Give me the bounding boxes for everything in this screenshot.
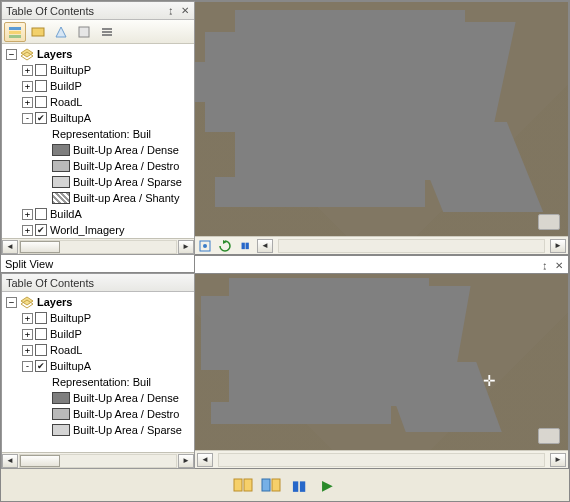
expander-icon[interactable]: + [22,65,33,76]
rep-item[interactable]: Built-Up Area / Sparse [4,174,194,190]
checkbox[interactable] [35,344,47,356]
checkbox[interactable] [35,312,47,324]
layer-item[interactable]: +BuiltupP [4,310,194,326]
layer-label: BuiltupP [50,64,91,76]
expander-icon[interactable]: − [6,297,17,308]
map-popup-icon[interactable] [538,214,560,230]
rep-item[interactable]: Built-Up Area / Sparse [4,422,194,438]
layer-item[interactable]: +BuildP [4,78,194,94]
scroll-right-icon[interactable]: ► [178,240,194,254]
sync-icon[interactable] [260,474,282,496]
checkbox[interactable] [35,224,47,236]
list-by-source-icon[interactable] [27,22,49,42]
rep-label: Built-Up Area / Destro [73,408,179,420]
toc-titlebar: Table Of Contents [2,274,194,292]
scroll-track[interactable] [19,454,177,468]
checkbox[interactable] [35,360,47,372]
layer-item[interactable]: +BuildP [4,326,194,342]
swatch-icon [52,192,70,204]
checkbox[interactable] [35,64,47,76]
layer-item[interactable]: -BuiltupA [4,110,194,126]
rep-item[interactable]: Built-Up Area / Destro [4,406,194,422]
rep-label: Built-Up Area / Sparse [73,424,182,436]
layer-label: RoadL [50,344,82,356]
expander-icon[interactable]: - [22,361,33,372]
scroll-track[interactable] [218,453,545,467]
rep-label: Built-Up Area / Sparse [73,176,182,188]
list-by-selection-icon[interactable] [73,22,95,42]
checkbox[interactable] [35,208,47,220]
rep-item[interactable]: Built-Up Area / Destro [4,158,194,174]
rep-item[interactable]: Built-up Area / Shanty [4,190,194,206]
rep-label: Built-Up Area / Dense [73,392,179,404]
pin-icon[interactable]: ↨ [538,258,552,272]
layer-item[interactable]: +BuiltupP [4,62,194,78]
layer-tree: − Layers +BuiltupP +BuildP +RoadL -Built… [2,292,194,452]
rep-item[interactable]: Built-Up Area / Dense [4,142,194,158]
expander-icon[interactable]: + [22,225,33,236]
swatch-icon [52,424,70,436]
map-popup-icon[interactable] [538,428,560,444]
map-canvas[interactable]: ✛ [195,274,568,450]
layers-icon [19,47,35,61]
pause-draw-icon[interactable]: ▮▮ [237,239,253,253]
layer-item[interactable]: +BuildA [4,206,194,222]
svg-marker-4 [56,27,66,37]
expander-icon[interactable]: + [22,329,33,340]
pin-icon[interactable]: ↨ [164,4,178,18]
layer-item[interactable]: +RoadL [4,94,194,110]
scroll-left-icon[interactable]: ◄ [197,453,213,467]
expander-icon[interactable]: + [22,313,33,324]
map-toolbar: ◄ ► [195,450,568,468]
scroll-left-icon[interactable]: ◄ [257,239,273,253]
close-icon[interactable]: ✕ [178,4,192,18]
scroll-track[interactable] [19,240,177,254]
checkbox[interactable] [35,112,47,124]
toc-scrollbar[interactable]: ◄ ► [2,238,194,254]
scroll-thumb[interactable] [20,455,60,467]
play-icon[interactable]: ▶ [316,474,338,496]
identify-icon[interactable] [197,239,213,253]
scroll-thumb[interactable] [20,241,60,253]
toc-scrollbar[interactable]: ◄ ► [2,452,194,468]
toc-options-icon[interactable] [96,22,118,42]
layers-root[interactable]: − Layers [4,46,194,62]
split-label: Split View [5,258,53,270]
svg-rect-3 [32,28,44,36]
close-icon[interactable]: ✕ [552,258,566,272]
checkbox[interactable] [35,328,47,340]
list-by-drawing-order-icon[interactable] [4,22,26,42]
layer-label: BuildP [50,328,82,340]
scroll-right-icon[interactable]: ► [178,454,194,468]
list-by-visibility-icon[interactable] [50,22,72,42]
scroll-track[interactable] [278,239,545,253]
layer-item[interactable]: -BuiltupA [4,358,194,374]
swatch-icon [52,408,70,420]
layer-label: BuildP [50,80,82,92]
layers-root[interactable]: − Layers [4,294,194,310]
checkbox[interactable] [35,80,47,92]
map-canvas[interactable] [195,2,568,236]
expander-icon[interactable]: + [22,81,33,92]
svg-rect-0 [9,27,21,30]
expander-icon[interactable]: + [22,345,33,356]
rep-item[interactable]: Built-Up Area / Dense [4,390,194,406]
checkbox[interactable] [35,96,47,108]
pause-icon[interactable]: ▮▮ [288,474,310,496]
scroll-right-icon[interactable]: ► [550,239,566,253]
svg-point-12 [203,244,207,248]
scroll-left-icon[interactable]: ◄ [2,454,18,468]
refresh-icon[interactable] [217,239,233,253]
expander-icon[interactable]: − [6,49,17,60]
split-icon[interactable] [232,474,254,496]
expander-icon[interactable]: + [22,209,33,220]
rep-label: Built-up Area / Shanty [73,192,179,204]
representation-heading: Representation: Buil [4,126,194,142]
scroll-right-icon[interactable]: ► [550,453,566,467]
layer-label: BuiltupA [50,360,91,372]
scroll-left-icon[interactable]: ◄ [2,240,18,254]
layer-item[interactable]: +World_Imagery [4,222,194,238]
layer-item[interactable]: +RoadL [4,342,194,358]
expander-icon[interactable]: - [22,113,33,124]
expander-icon[interactable]: + [22,97,33,108]
